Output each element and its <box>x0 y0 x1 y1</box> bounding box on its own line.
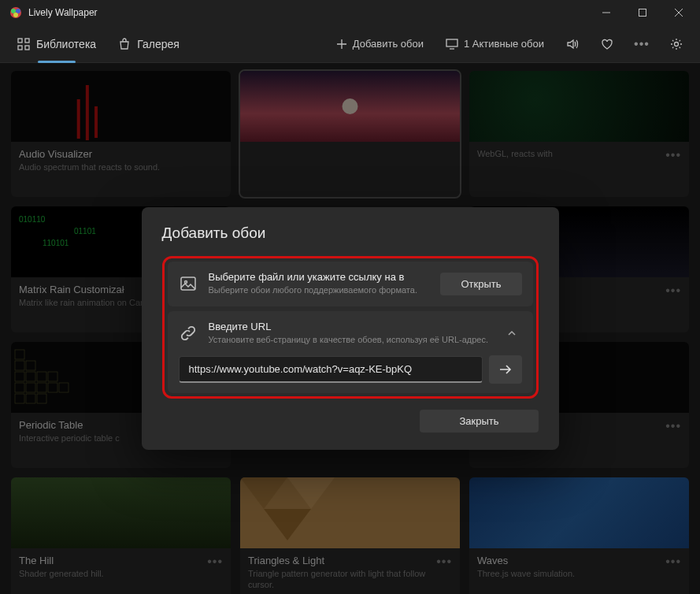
grid-icon <box>17 38 30 50</box>
window-title: Lively Wallpaper <box>28 7 588 18</box>
arrow-right-icon <box>498 364 513 375</box>
file-picker-section: Выберите файл или укажите ссылку на в Вы… <box>168 262 533 306</box>
wallpaper-grid: Audio VisualizerAudio spectrum that reac… <box>0 63 700 594</box>
dots-icon: ••• <box>634 37 650 51</box>
add-wallpaper-dialog: Добавить обои Выберите файл или укажите … <box>142 207 559 450</box>
svg-rect-37 <box>181 277 195 290</box>
toolbar: Библиотека Галерея Добавить обои 1 Актив… <box>0 25 700 63</box>
maximize-button[interactable] <box>624 0 661 25</box>
link-icon <box>179 324 198 343</box>
app-logo-icon <box>9 6 22 19</box>
svg-rect-6 <box>25 39 29 43</box>
open-file-button[interactable]: Открыть <box>440 273 521 295</box>
add-wallpaper-button[interactable]: Добавить обои <box>328 33 431 54</box>
chevron-up-icon[interactable] <box>506 328 522 339</box>
image-icon <box>179 274 198 293</box>
more-button[interactable]: ••• <box>628 30 656 58</box>
highlighted-group: Выберите файл или укажите ссылку на в Вы… <box>162 256 539 399</box>
nav-gallery[interactable]: Галерея <box>110 33 187 55</box>
svg-rect-9 <box>446 39 457 46</box>
svg-point-1 <box>11 9 16 13</box>
svg-point-2 <box>16 9 20 13</box>
gear-icon <box>670 38 683 50</box>
svg-rect-4 <box>639 9 646 17</box>
svg-point-10 <box>675 42 679 46</box>
bag-icon <box>118 38 131 50</box>
url-section: Введите URL Установите веб-страницу в ка… <box>168 311 533 393</box>
close-dialog-button[interactable]: Закрыть <box>420 410 538 433</box>
svg-rect-5 <box>18 39 22 43</box>
dialog-title: Добавить обои <box>162 225 539 242</box>
dialog-overlay: Добавить обои Выберите файл или укажите … <box>0 63 700 594</box>
svg-rect-7 <box>18 46 22 50</box>
favorite-button[interactable] <box>593 30 621 58</box>
go-button[interactable] <box>489 355 522 384</box>
heart-icon <box>601 38 613 50</box>
url-input[interactable] <box>179 356 483 383</box>
speaker-icon <box>566 38 579 50</box>
active-wallpapers-button[interactable]: 1 Активные обои <box>438 33 552 54</box>
svg-rect-8 <box>25 46 29 50</box>
nav-library[interactable]: Библиотека <box>9 33 104 55</box>
app-window: Lively Wallpaper Библиотека Галерея Доба… <box>0 0 700 594</box>
plus-icon <box>336 39 347 50</box>
titlebar: Lively Wallpaper <box>0 0 700 25</box>
settings-button[interactable] <box>662 30 691 58</box>
minimize-button[interactable] <box>588 0 624 25</box>
volume-button[interactable] <box>558 30 587 58</box>
monitor-icon <box>446 39 458 50</box>
svg-point-3 <box>13 13 18 17</box>
close-button[interactable] <box>661 0 697 25</box>
